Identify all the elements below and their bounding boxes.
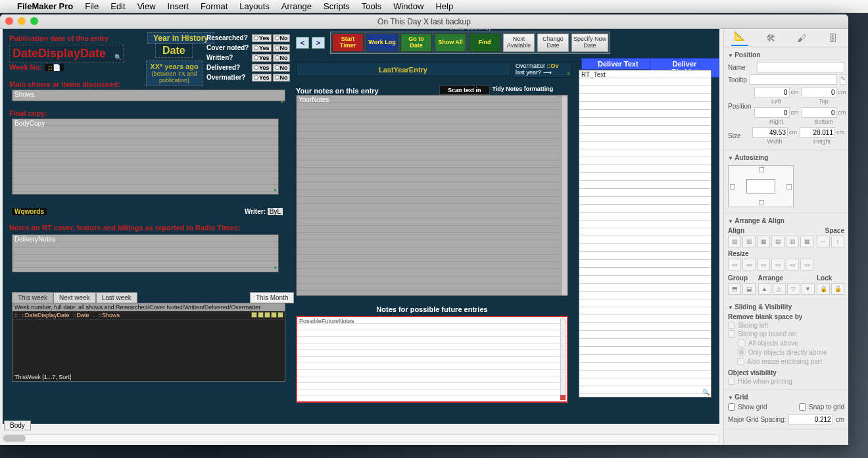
window-title: On This Day X last backup — [377, 17, 471, 26]
overmatter-box[interactable]: Overmatter ::Ov last year? ⟶ — [513, 62, 572, 78]
portal-row[interactable]: :: ::DateDisplayDate ::Date . ::Shows — [12, 311, 285, 320]
scan-text-button[interactable]: Scan text in — [439, 86, 490, 95]
next-button[interactable]: > — [312, 37, 325, 49]
rttext-field[interactable]: RT_Text — [579, 70, 711, 397]
weekno-badge[interactable]: ::📄 — [45, 64, 64, 71]
space-buttons: ↔↕ — [817, 236, 844, 247]
find-button[interactable]: Find — [469, 34, 500, 52]
menu-help[interactable]: Help — [435, 1, 453, 11]
layout-canvas[interactable]: Publication date of this entry DateDispl… — [0, 29, 723, 445]
scrollbar[interactable] — [560, 318, 566, 400]
hide-printing-checkbox[interactable]: Hide when printing — [728, 378, 844, 385]
shows-field[interactable]: Shows — [12, 89, 285, 101]
specify-new-date-button[interactable]: Specify New Date — [571, 34, 608, 52]
autosizing-section-header[interactable]: Autosizing — [728, 153, 844, 163]
change-date-button[interactable]: Change Date — [537, 34, 569, 52]
sliding-up-checkbox[interactable]: Sliding up based on: — [728, 330, 844, 338]
wrench-icon[interactable]: 🛠 — [762, 33, 779, 43]
tab-last-week[interactable]: Last week — [96, 292, 137, 303]
also-resize-checkbox[interactable]: Also resize enclosing part — [737, 358, 844, 365]
zoom-icon[interactable] — [30, 17, 38, 25]
yournotes-field[interactable]: YourNotes — [296, 95, 568, 296]
menu-scripts[interactable]: Scripts — [324, 1, 350, 11]
menu-edit[interactable]: Edit — [110, 1, 125, 11]
portal-status-icons — [251, 312, 283, 318]
menu-window[interactable]: Window — [393, 1, 423, 11]
sliding-left-checkbox[interactable]: Sliding left — [728, 322, 844, 329]
start-timer-button[interactable]: Start Timer — [332, 34, 364, 52]
menu-insert[interactable]: Insert — [168, 1, 189, 11]
status-researched: Researched?YesNo — [206, 33, 290, 43]
show-all-button[interactable]: Show All — [435, 34, 466, 52]
status-overmatter: Overmatter?YesNo — [206, 72, 290, 82]
scroll-down-icon[interactable] — [560, 395, 566, 400]
main-shows-label: Main shows or items discussed: — [9, 80, 120, 88]
bottom-input[interactable] — [802, 107, 837, 118]
show-grid-checkbox[interactable]: Show grid — [728, 403, 767, 411]
menu-arrange[interactable]: Arrange — [281, 1, 312, 11]
unlock-icon[interactable]: 🔓 — [831, 283, 844, 295]
sliding-section-header[interactable]: Sliding & Visibility — [728, 302, 844, 312]
tab-this-week[interactable]: This week — [12, 292, 53, 303]
tab-next-week[interactable]: Next week — [53, 292, 96, 303]
datedisplaydate-field[interactable]: DateDisplayDate — [9, 45, 124, 63]
work-log-button[interactable]: Work Log — [366, 34, 398, 52]
status-written: Written?YesNo — [206, 53, 290, 63]
name-field[interactable] — [757, 62, 844, 72]
db-icon[interactable]: 🗄 — [824, 33, 841, 43]
app-menu[interactable]: FileMaker Pro — [17, 1, 73, 11]
portal-footer: ThisWeek [1...7, Sort] — [12, 373, 285, 381]
left-input[interactable] — [754, 87, 790, 97]
date-field[interactable]: Date — [155, 43, 193, 58]
pencil-icon[interactable]: ✎ — [840, 74, 846, 85]
writer-label: Writer: — [245, 208, 266, 215]
major-grid-input[interactable] — [788, 414, 832, 424]
button-bar: Create Date Entry Start Timer Work Log G… — [330, 32, 610, 54]
future-notes-label: Notes for possible future entries — [296, 305, 568, 313]
minimize-icon[interactable] — [18, 17, 26, 25]
menu-view[interactable]: View — [137, 1, 156, 11]
top-input[interactable] — [802, 87, 837, 97]
this-month-button[interactable]: This Month — [250, 292, 294, 303]
snap-grid-checkbox[interactable]: Snap to grid — [799, 403, 844, 411]
notes-rt-label: Notes on RT cover, feature and billings … — [9, 224, 277, 232]
only-above-radio[interactable]: Only objects directly above — [737, 348, 844, 357]
tidy-notes-button[interactable]: Tidy Notes formatting — [493, 86, 554, 95]
h-scrollbar[interactable] — [3, 434, 719, 442]
lastyearentry-field[interactable]: LastYearEntry — [296, 62, 510, 76]
deliverynotes-field[interactable]: DeliveryNotes — [12, 234, 279, 272]
lock-icon[interactable]: 🔒 — [817, 283, 830, 295]
your-notes-label: Your notes on this entry — [296, 87, 379, 95]
height-input[interactable] — [800, 127, 835, 138]
scrollbar[interactable] — [561, 95, 567, 295]
menu-format[interactable]: Format — [201, 1, 228, 11]
close-icon[interactable] — [5, 17, 13, 25]
byline-field[interactable]: ByL — [268, 208, 283, 215]
status-toggles: Researched?YesNo Cover noted?YesNo Writt… — [206, 33, 290, 82]
bodycopy-field[interactable]: BodyCopy — [12, 118, 279, 195]
arrange-section-header[interactable]: Arrange & Align — [728, 216, 844, 226]
menu-file[interactable]: File — [85, 1, 99, 11]
possiblefuturenotes-field[interactable]: PossibleFutureNotes — [296, 316, 568, 403]
inspector-panel: 📐 🛠 🖌 🗄 Position Name Tooltip✎ Position … — [723, 29, 848, 445]
width-input[interactable] — [752, 127, 788, 138]
deliver-text-button[interactable]: Deliver Text — [581, 58, 655, 70]
right-input[interactable] — [754, 107, 790, 118]
align-buttons: ▤▥▦▤▥▦ — [728, 236, 813, 247]
grid-section-header[interactable]: Grid — [728, 392, 844, 402]
ruler-icon[interactable]: 📐 — [731, 30, 748, 46]
wwords-badge[interactable]: Wqwords — [12, 208, 47, 215]
all-above-radio[interactable]: All objects above — [737, 339, 844, 347]
next-available-button[interactable]: Next Available — [503, 34, 535, 52]
menu-tools[interactable]: Tools — [362, 1, 381, 11]
system-menubar: FileMaker Pro File Edit View Insert Form… — [0, 0, 868, 13]
prev-button[interactable]: < — [296, 37, 309, 49]
menu-layouts[interactable]: Layouts — [239, 1, 270, 11]
position-section-header[interactable]: Position — [728, 50, 844, 60]
body-part-tag[interactable]: Body — [4, 420, 31, 430]
goto-date-button[interactable]: Go to Date — [400, 34, 432, 52]
tooltip-field[interactable] — [750, 74, 837, 85]
autosizing-widget[interactable] — [728, 165, 794, 207]
portal[interactable]: Week number, full date, all shows and Re… — [12, 303, 285, 382]
brush-icon[interactable]: 🖌 — [793, 33, 810, 43]
